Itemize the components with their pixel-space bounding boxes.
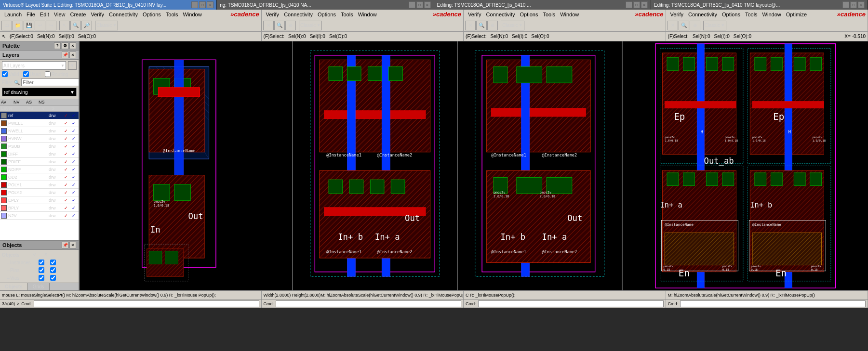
tb-save-btn-1[interactable]: 💾	[24, 21, 34, 30]
menu-options-3[interactable]: Options	[518, 11, 541, 18]
menu-tools-2[interactable]: Tools	[338, 11, 356, 18]
layers-options-btn[interactable]: ▼	[68, 61, 77, 70]
valid-checkbox[interactable]	[2, 71, 8, 77]
col-av-header[interactable]: AV	[1, 100, 13, 104]
layer-v-check-pdiff[interactable]: ✓	[62, 159, 70, 164]
tab-objects[interactable]: Objects	[0, 283, 28, 290]
menu-window[interactable]: Window	[181, 11, 204, 18]
minimize-btn-1[interactable]: _	[191, 1, 198, 8]
maximize-btn-3[interactable]: □	[633, 1, 640, 8]
tb-btn-2b[interactable]: 🔍	[274, 21, 285, 30]
tb-btn-4a[interactable]: ✕	[668, 21, 678, 30]
layer-v-check-n2v[interactable]: ✓	[62, 213, 70, 218]
layer-row-poly2[interactable]: POLY2drw✓✓	[0, 189, 79, 196]
layer-s-check-eply[interactable]: ✓	[70, 198, 78, 203]
tb-zoom-out-btn-1[interactable]: 🔎	[81, 21, 92, 30]
cmd-input-4[interactable]	[680, 300, 866, 307]
layer-row-ref[interactable]: refdrw✓✓	[0, 112, 79, 119]
pins-s-check[interactable]	[50, 267, 56, 273]
layer-v-check-diff[interactable]: ✓	[62, 152, 70, 156]
col-as-header[interactable]: AS	[26, 100, 39, 104]
cmd-input-2[interactable]	[276, 300, 461, 307]
layer-s-check-poly1[interactable]: ✓	[70, 182, 78, 187]
layer-v-check-ref[interactable]: ✓	[62, 113, 70, 118]
tab-grids[interactable]: Grids	[28, 283, 50, 290]
menu-options[interactable]: Options	[140, 11, 163, 18]
layer-row-poly1[interactable]: POLY1drw✓✓	[0, 181, 79, 189]
close-btn-4[interactable]: ×	[858, 1, 865, 8]
layer-row-od2[interactable]: OD2drw✓✓	[0, 173, 79, 181]
classic-dropdown-3[interactable]: Classic ▼	[501, 21, 524, 30]
layer-v-check-bply[interactable]: ✓	[62, 206, 70, 210]
used-checkbox[interactable]	[23, 71, 29, 77]
layer-s-check-pwell[interactable]: ✓	[70, 121, 78, 126]
layer-row-n2v[interactable]: N2Vdrw✓✓	[0, 212, 79, 220]
layers-close-btn[interactable]: ×	[69, 52, 76, 58]
close-btn-1[interactable]: ×	[207, 1, 214, 8]
layer-v-check-od2[interactable]: ✓	[62, 175, 70, 180]
minimize-btn-2[interactable]: _	[409, 1, 415, 8]
menu-verify-3[interactable]: Verify	[466, 11, 484, 18]
menu-connectivity[interactable]: Connectivity	[107, 11, 140, 18]
menu-tools-4[interactable]: Tools	[743, 11, 760, 18]
layer-s-check-bply[interactable]: ✓	[70, 206, 78, 210]
layer-row-nwell[interactable]: NWELLdrw✓✓	[0, 127, 79, 135]
menu-connectivity-2[interactable]: Connectivity	[281, 11, 315, 18]
tb-btn-3b[interactable]: 🔍	[476, 21, 487, 30]
layer-v-check-psub[interactable]: ✓	[62, 144, 70, 149]
layer-v-check-pwell[interactable]: ✓	[62, 121, 70, 126]
menu-view[interactable]: View	[52, 11, 68, 18]
palette-settings-btn[interactable]: ⚙	[62, 42, 68, 49]
layer-row-ndiff[interactable]: NDIFFdrw✓✓	[0, 166, 79, 173]
close-btn-3[interactable]: ×	[641, 1, 648, 8]
canvas-content-2[interactable]: @InstanceName1 @InstanceName2 pmos2v 2.0…	[293, 41, 457, 290]
routing-checkbox-label[interactable]: Routing	[45, 71, 68, 77]
used-checkbox-label[interactable]: Used	[23, 71, 41, 77]
layer-s-check-diff[interactable]: ✓	[70, 152, 78, 156]
layers-pin-btn[interactable]: 📌	[62, 52, 68, 58]
classic-dropdown-1[interactable]: Classic ▼	[95, 21, 118, 30]
menu-verify-2[interactable]: Verify	[264, 11, 282, 18]
layer-row-diff[interactable]: DIFFdrw✓✓	[0, 150, 79, 158]
canvas-pane-2[interactable]: @InstanceName1 @InstanceName2 pmos2v 2.0…	[293, 41, 458, 290]
layer-s-check-psub[interactable]: ✓	[70, 144, 78, 149]
tb-redo-btn-1[interactable]: ↪	[46, 21, 56, 30]
filter-input[interactable]	[21, 78, 79, 86]
close-btn-2[interactable]: ×	[424, 1, 431, 8]
maximize-btn-4[interactable]: □	[850, 1, 857, 8]
layer-row-pdiff[interactable]: PDIFFdrw✓✓	[0, 158, 79, 166]
tb-btn-2a[interactable]: ✕	[263, 21, 274, 30]
layer-v-check-hvnw[interactable]: ✓	[62, 136, 70, 141]
all-layers-dropdown[interactable]: All Layers ▼	[2, 61, 66, 70]
layer-s-check-hvnw[interactable]: ✓	[70, 136, 78, 141]
menu-tools-3[interactable]: Tools	[540, 11, 558, 18]
menu-edit[interactable]: Edit	[38, 11, 52, 18]
layer-row-eply[interactable]: EPLYdrw✓✓	[0, 196, 79, 204]
valid-checkbox-label[interactable]: Valid	[2, 71, 19, 77]
tb-zoom-in-btn-1[interactable]: 🔍	[70, 21, 81, 30]
tb-btn-2c[interactable]: ⊕	[285, 21, 296, 30]
layer-s-check-nwell[interactable]: ✓	[70, 129, 78, 133]
tb-select-btn-1[interactable]: ↖	[59, 21, 70, 30]
layer-s-check-poly2[interactable]: ✓	[70, 190, 78, 195]
menu-window-4[interactable]: Window	[760, 11, 784, 18]
menu-options-4[interactable]: Options	[720, 11, 743, 18]
tb-btn-4c[interactable]: ⊕	[690, 21, 700, 30]
col-nv-header[interactable]: NV	[13, 100, 26, 104]
maximize-btn-2[interactable]: □	[416, 1, 423, 8]
palette-close-btn[interactable]: ×	[69, 42, 76, 49]
tb-undo-btn-1[interactable]: ↩	[35, 21, 45, 30]
layer-v-check-ndiff[interactable]: ✓	[62, 167, 70, 172]
canvas-pane-4[interactable]: Ep Ep H H pmos2v 1.0/0.18 pmos2v 1.0/0.1…	[623, 41, 868, 290]
layer-s-check-ndiff[interactable]: ✓	[70, 167, 78, 172]
menu-create[interactable]: Create	[67, 11, 88, 18]
objects-pin-btn[interactable]: 📌	[62, 242, 68, 248]
vias-s-check[interactable]	[50, 275, 56, 281]
classic-dropdown-2[interactable]: Classic ▼	[299, 21, 322, 30]
instances-s-check[interactable]	[50, 260, 56, 265]
layer-row-pwell[interactable]: PWELLdrw✓✓	[0, 119, 79, 127]
menu-launch[interactable]: Launch	[2, 11, 24, 18]
menu-connectivity-3[interactable]: Connectivity	[484, 11, 518, 18]
cmd-input-1[interactable]	[34, 300, 259, 307]
layer-s-check-n2v[interactable]: ✓	[70, 213, 78, 218]
